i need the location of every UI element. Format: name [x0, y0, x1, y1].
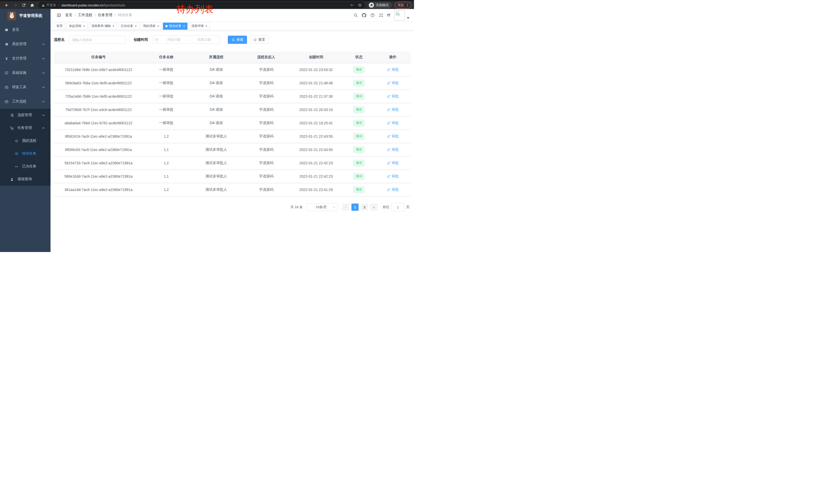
approve-link[interactable]: 审批	[387, 81, 399, 85]
page-button-2[interactable]: 2	[361, 203, 368, 211]
tab-label: 首页	[56, 24, 63, 28]
browser-forward-icon[interactable]	[13, 3, 17, 7]
breadcrumb-workflow[interactable]: 工作流程	[78, 13, 92, 17]
approve-link[interactable]: 审批	[387, 121, 399, 125]
tab-close-icon[interactable]: ×	[183, 25, 185, 28]
approve-link-label: 审批	[391, 187, 399, 192]
table-row: 580e1b3d-7ac8-11ec-a9e2-a2380e71991a1.1测…	[54, 170, 411, 183]
chevron-up-icon	[42, 101, 45, 102]
tab-首页[interactable]: 首页	[54, 22, 65, 30]
list-tree-icon	[10, 113, 14, 117]
tab-close-icon[interactable]: ×	[113, 25, 114, 28]
sidebar-item-done-tasks[interactable]: 已办任务	[0, 160, 50, 173]
sidebar-item-system-management[interactable]: 系统管理	[0, 37, 50, 51]
initiator: 芋道源码	[243, 63, 289, 77]
process-name-label: 流程名	[54, 37, 65, 42]
task-name: 一级审批	[143, 90, 190, 103]
sidebar-item-home[interactable]: 首页	[0, 22, 50, 37]
action-cell: 审批	[375, 143, 411, 156]
table-header-row: 任务编号任务名称所属流程流程发起人创建时间状态操作	[54, 51, 411, 63]
approve-link[interactable]: 审批	[387, 174, 399, 179]
search-icon[interactable]	[354, 13, 358, 17]
status-cell: 激活	[343, 156, 375, 170]
browser-home-icon[interactable]	[30, 3, 34, 7]
date-range-picker[interactable]: 开始日期 - 结束日期	[152, 36, 220, 44]
task-id: 580e1b3d-7ac8-11ec-a9e2-a2380e71991a	[54, 170, 143, 183]
sidebar-item-leave-query[interactable]: 请假查询	[0, 173, 50, 186]
breadcrumb-task-management[interactable]: 任务管理	[98, 13, 112, 17]
create-time: 2022-01-22 18:25:41	[289, 117, 343, 130]
tab-流程详情[interactable]: 流程详情×	[189, 22, 210, 30]
sidebar-item-payment-management[interactable]: 支付管理	[0, 51, 50, 65]
search-button[interactable]: 搜索	[228, 36, 247, 44]
app-logo[interactable]: 芋道管理系统	[0, 9, 50, 22]
fullscreen-icon[interactable]	[379, 13, 383, 17]
sidebar-item-process-management[interactable]: 流程管理	[0, 109, 50, 122]
approve-link[interactable]: 审批	[387, 161, 399, 165]
tab-label: 待办任务	[169, 24, 181, 28]
tab-我的流程[interactable]: 我的流程×	[140, 22, 162, 30]
approve-link-label: 审批	[391, 121, 399, 125]
approve-link[interactable]: 审批	[387, 147, 399, 152]
user-icon	[10, 177, 14, 181]
tab-close-icon[interactable]: ×	[83, 25, 85, 28]
github-icon[interactable]	[362, 13, 366, 17]
tab-待办任务[interactable]: 待办任务×	[163, 22, 188, 30]
sidebar-item-my-process[interactable]: 我的流程	[0, 134, 50, 147]
table-row: 58154733-7ac8-11ec-a9e2-a2380e71991a1.2测…	[54, 156, 411, 170]
sidebar-collapse-icon[interactable]	[56, 13, 61, 18]
table-row: 73211d9d-7b9b-11ec-b5b7-acde48001122一级审批…	[54, 63, 411, 77]
tab-label: 已办任务	[121, 24, 133, 28]
create-time: 2022-01-21 22:42:23	[289, 170, 343, 183]
page-size-select[interactable]: 10条/页	[306, 203, 338, 211]
goto-page-input[interactable]	[391, 203, 404, 211]
browser-back-icon[interactable]	[5, 3, 9, 7]
browser-menu-dots-icon[interactable]	[406, 3, 409, 7]
tab-已办任务[interactable]: 已办任务×	[118, 22, 139, 30]
help-icon[interactable]	[370, 13, 375, 17]
prev-page-button[interactable]: ‹	[342, 203, 349, 211]
status-cell: 激活	[343, 117, 375, 130]
create-time: 2022-01-22 21:48:48	[289, 77, 343, 90]
app-title: 芋道管理系统	[19, 13, 42, 18]
bookmark-star-icon[interactable]	[358, 3, 362, 7]
action-cell: 审批	[375, 170, 411, 183]
tab-close-icon[interactable]: ×	[135, 25, 137, 28]
breadcrumb-home[interactable]: 首页	[65, 13, 72, 17]
browser-update-button[interactable]: 更新	[395, 2, 411, 8]
status-cell: 激活	[343, 90, 375, 103]
password-key-icon[interactable]	[350, 3, 354, 7]
approve-link[interactable]: 审批	[387, 187, 399, 192]
next-page-button[interactable]: ›	[370, 203, 378, 211]
browser-refresh-icon[interactable]	[22, 3, 26, 7]
sidebar-item-todo-tasks[interactable]: 待办任务	[0, 147, 50, 160]
end-date-placeholder: 结束日期	[191, 37, 217, 42]
screenshot-stage: 待办列表 不安全 dashboard.yudao.iocoder.cn /bpm…	[0, 0, 414, 252]
sidebar-item-task-management[interactable]: 任务管理	[0, 122, 50, 134]
page-button-1[interactable]: 1	[351, 203, 359, 211]
sidebar-item-dev-tools[interactable]: 研发工具	[0, 80, 50, 94]
url-bar[interactable]: 不安全 dashboard.yudao.iocoder.cn /bpm/task…	[38, 2, 365, 8]
logo-bunny-image	[7, 11, 16, 20]
approve-link-label: 审批	[391, 161, 399, 165]
task-id: 381aa1dd-7ac8-11ec-a9e2-a2380e71991a	[54, 183, 143, 196]
approve-link[interactable]: 审批	[387, 134, 399, 139]
initiator: 芋道源码	[243, 103, 289, 117]
status-badge: 激活	[353, 67, 365, 73]
approve-link[interactable]: 审批	[387, 107, 399, 112]
avatar-caret-down-icon[interactable]	[407, 17, 409, 19]
sidebar-item-workflow[interactable]: 工作流程	[0, 94, 50, 109]
tab-流程表单-编辑[interactable]: 流程表单-编辑×	[89, 22, 117, 30]
sidebar-item-infrastructure[interactable]: 基础设施	[0, 65, 50, 80]
approve-link[interactable]: 审批	[387, 94, 399, 99]
approve-link[interactable]: 审批	[387, 67, 399, 72]
sidebar-item-label: 研发工具	[12, 85, 27, 89]
tab-close-icon[interactable]: ×	[157, 25, 159, 28]
font-size-icon[interactable]: tT	[387, 13, 390, 17]
tab-发起流程[interactable]: 发起流程×	[67, 22, 87, 30]
process-name-input[interactable]	[69, 36, 126, 44]
avatar[interactable]	[394, 10, 405, 20]
status-cell: 激活	[343, 77, 375, 90]
tab-close-icon[interactable]: ×	[205, 25, 207, 28]
reset-button[interactable]: 重置	[250, 36, 269, 44]
